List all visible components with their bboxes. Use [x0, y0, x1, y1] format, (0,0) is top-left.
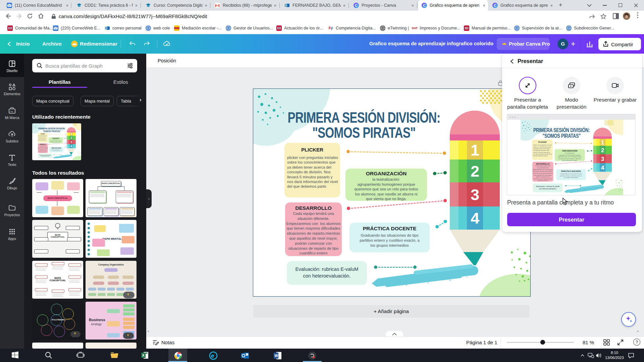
svg-text:e: e: [211, 353, 214, 359]
svg-text:X: X: [142, 353, 145, 357]
svg-text:co.: co.: [10, 110, 13, 113]
svg-text:W: W: [275, 354, 278, 358]
